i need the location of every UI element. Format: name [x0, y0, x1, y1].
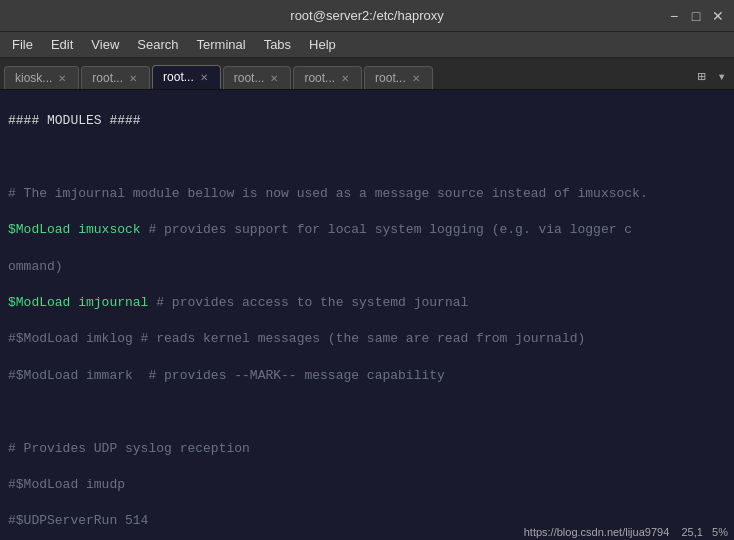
- tab-kiosk[interactable]: kiosk... ✕: [4, 66, 79, 89]
- tab-list-icon[interactable]: ▾: [714, 66, 730, 87]
- tab-root4[interactable]: root... ✕: [293, 66, 362, 89]
- line-10: #$ModLoad imudp: [8, 476, 726, 494]
- statusbar: https://blog.csdn.net/lijua9794 25,1 5%: [518, 524, 734, 540]
- terminal[interactable]: #### MODULES #### # The imjournal module…: [0, 90, 734, 540]
- line-6: #$ModLoad imklog # reads kernel messages…: [8, 330, 726, 348]
- line-2: [8, 149, 726, 167]
- line-8: [8, 403, 726, 421]
- tab-kiosk-label: kiosk...: [15, 71, 52, 85]
- line-7: #$ModLoad immark # provides --MARK-- mes…: [8, 367, 726, 385]
- terminal-content: #### MODULES #### # The imjournal module…: [8, 94, 726, 540]
- statusbar-url: https://blog.csdn.net/lijua9794: [524, 526, 670, 538]
- line-4b: ommand): [8, 258, 726, 276]
- line-5: $ModLoad imjournal # provides access to …: [8, 294, 726, 312]
- menu-file[interactable]: File: [4, 35, 41, 54]
- tab-kiosk-close[interactable]: ✕: [56, 73, 68, 84]
- tab-root5[interactable]: root... ✕: [364, 66, 433, 89]
- tab-root1-close[interactable]: ✕: [127, 73, 139, 84]
- statusbar-position: 25,1: [682, 526, 703, 538]
- menu-view[interactable]: View: [83, 35, 127, 54]
- line-3: # The imjournal module bellow is now use…: [8, 185, 726, 203]
- menu-help[interactable]: Help: [301, 35, 344, 54]
- menu-tabs[interactable]: Tabs: [256, 35, 299, 54]
- tab-root4-close[interactable]: ✕: [339, 73, 351, 84]
- menu-terminal[interactable]: Terminal: [189, 35, 254, 54]
- menu-search[interactable]: Search: [129, 35, 186, 54]
- menu-edit[interactable]: Edit: [43, 35, 81, 54]
- window-controls[interactable]: − □ ✕: [666, 8, 726, 24]
- tab-root5-label: root...: [375, 71, 406, 85]
- titlebar: root@server2:/etc/haproxy − □ ✕: [0, 0, 734, 32]
- line-9: # Provides UDP syslog reception: [8, 440, 726, 458]
- close-button[interactable]: ✕: [710, 8, 726, 24]
- tab-root3-close[interactable]: ✕: [268, 73, 280, 84]
- new-tab-icon[interactable]: ⊞: [693, 66, 709, 87]
- tab-root4-label: root...: [304, 71, 335, 85]
- line-1: #### MODULES ####: [8, 112, 726, 130]
- tab-root2-close[interactable]: ✕: [198, 72, 210, 83]
- tab-root1[interactable]: root... ✕: [81, 66, 150, 89]
- tab-root2[interactable]: root... ✕: [152, 65, 221, 89]
- tab-root3-label: root...: [234, 71, 265, 85]
- menubar: File Edit View Search Terminal Tabs Help: [0, 32, 734, 58]
- minimize-button[interactable]: −: [666, 8, 682, 24]
- tab-root2-label: root...: [163, 70, 194, 84]
- tabbar-extra: ⊞ ▾: [693, 66, 730, 89]
- tab-root1-label: root...: [92, 71, 123, 85]
- tab-root3[interactable]: root... ✕: [223, 66, 292, 89]
- statusbar-percentage: 5%: [712, 526, 728, 538]
- tabbar: kiosk... ✕ root... ✕ root... ✕ root... ✕…: [0, 58, 734, 90]
- line-4: $ModLoad imuxsock # provides support for…: [8, 221, 726, 239]
- window-title: root@server2:/etc/haproxy: [68, 8, 666, 23]
- tab-root5-close[interactable]: ✕: [410, 73, 422, 84]
- maximize-button[interactable]: □: [688, 8, 704, 24]
